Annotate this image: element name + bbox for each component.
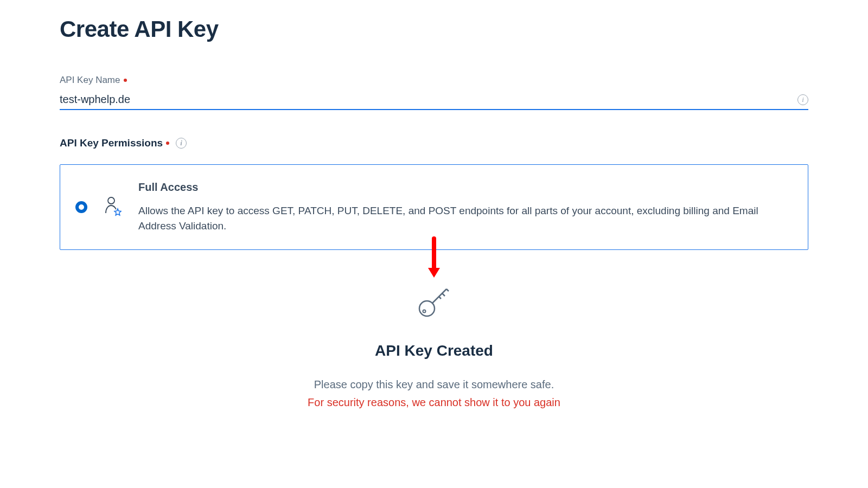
svg-line-5 [446,289,449,291]
api-key-name-input-wrapper: i [60,90,808,110]
info-icon[interactable]: i [797,94,808,105]
svg-point-0 [108,197,114,204]
api-key-created-section: API Key Created Please copy this key and… [60,282,808,409]
api-key-name-label: API Key Name [60,75,808,86]
arrow-down-annotation [60,236,808,280]
api-key-created-warning: For security reasons, we cannot show it … [60,396,808,409]
permission-content: Full Access Allows the API key to access… [138,181,793,233]
api-key-created-message: Please copy this key and save it somewhe… [60,378,808,391]
api-key-name-input[interactable] [60,90,797,109]
svg-line-6 [442,293,445,296]
key-icon [60,282,808,320]
svg-line-7 [439,297,441,299]
required-indicator [166,142,169,145]
permissions-header: API Key Permissions i [60,137,808,149]
svg-point-3 [423,310,426,313]
permission-description: Allows the API key to access GET, PATCH,… [138,203,793,233]
api-key-created-title: API Key Created [60,342,808,359]
user-star-icon [104,196,122,219]
permissions-header-text: API Key Permissions [60,137,163,149]
api-key-name-label-text: API Key Name [60,75,120,86]
svg-point-2 [419,301,435,316]
page-title: Create API Key [60,16,808,42]
required-indicator [124,79,127,82]
radio-full-access[interactable] [75,201,87,213]
permission-title: Full Access [138,181,793,194]
info-icon[interactable]: i [176,138,187,149]
api-key-name-field: API Key Name i [60,75,808,110]
